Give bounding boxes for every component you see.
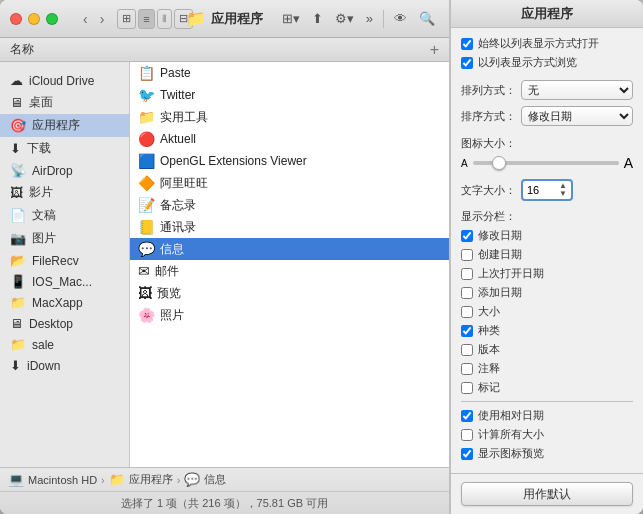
sidebar-item-icloud[interactable]: ☁ iCloud Drive (0, 70, 129, 91)
order-by-row: 排序方式： 修改日期 (461, 106, 633, 126)
arrange-btn[interactable]: ⊞▾ (278, 9, 304, 28)
display-label-add_date: 添加日期 (478, 285, 522, 300)
close-button[interactable] (10, 13, 22, 25)
more-btn[interactable]: » (362, 9, 377, 28)
display-checkbox-row-create_date: 创建日期 (461, 247, 633, 262)
display-checkbox-create_date[interactable] (461, 249, 473, 261)
file-item-aktuell[interactable]: 🔴 Aktuell (130, 128, 449, 150)
images-icon: 📷 (10, 231, 26, 246)
share-btn[interactable]: ⬆ (308, 9, 327, 28)
icon-size-slider[interactable] (473, 161, 619, 165)
display-checkbox-size[interactable] (461, 306, 473, 318)
display-checkbox-modify_date[interactable] (461, 230, 473, 242)
sidebar-item-macxapp[interactable]: 📁 MacXapp (0, 292, 129, 313)
file-item-utility[interactable]: 📁 实用工具 (130, 106, 449, 128)
file-item-paste[interactable]: 📋 Paste (130, 62, 449, 84)
display-checkbox-last_open[interactable] (461, 268, 473, 280)
display-checkbox-row-kind: 种类 (461, 323, 633, 338)
order-by-label: 排序方式： (461, 109, 516, 124)
sidebar-item-docs[interactable]: 📄 文稿 (0, 204, 129, 227)
show-preview-row: 显示图标预览 (461, 446, 633, 461)
sidebar-item-downloads[interactable]: ⬇ 下载 (0, 137, 129, 160)
column-header: 名称 + (0, 38, 449, 62)
use-relative-date-checkbox[interactable] (461, 410, 473, 422)
sidebar-item-desktop2[interactable]: 🖥 Desktop (0, 313, 129, 334)
always-open-list-checkbox[interactable] (461, 38, 473, 50)
breadcrumb-sep-2: › (177, 474, 181, 486)
minimize-button[interactable] (28, 13, 40, 25)
display-checkbox-comment[interactable] (461, 363, 473, 375)
sidebar-item-desktop[interactable]: 🖥 桌面 (0, 91, 129, 114)
show-preview-checkbox[interactable] (461, 448, 473, 460)
contacts-icon: 📒 (138, 219, 155, 235)
sidebar-item-images[interactable]: 📷 图片 (0, 227, 129, 250)
add-column-btn[interactable]: + (430, 41, 439, 59)
column-view-btn[interactable]: ⫴ (157, 9, 172, 29)
sidebar-item-airdrop[interactable]: 📡 AirDrop (0, 160, 129, 181)
display-checkbox-row-tags: 标记 (461, 380, 633, 395)
use-relative-date-label: 使用相对日期 (478, 408, 544, 423)
display-checkbox-add_date[interactable] (461, 287, 473, 299)
display-checkbox-tags[interactable] (461, 382, 473, 394)
file-item-preview[interactable]: 🖼 预览 (130, 282, 449, 304)
sidebar-item-apps[interactable]: 🎯 应用程序 (0, 114, 129, 137)
sidebar-label-idown: iDown (27, 359, 60, 373)
sort-by-select[interactable]: 无 (521, 80, 633, 100)
text-size-input[interactable]: 16 (527, 184, 557, 196)
file-item-alibaba[interactable]: 🔶 阿里旺旺 (130, 172, 449, 194)
twitter-icon: 🐦 (138, 87, 155, 103)
action-btn[interactable]: ⚙▾ (331, 9, 358, 28)
properties-title: 应用程序 (451, 0, 643, 28)
search-icon-btn[interactable]: 🔍 (415, 9, 439, 28)
divider-1 (461, 401, 633, 402)
file-item-contacts[interactable]: 📒 通讯录 (130, 216, 449, 238)
title-bar: ‹ › ⊞ ≡ ⫴ ⊟ 📁 应用程序 ⊞▾ ⬆ ⚙▾ » 👁 🔍 (0, 0, 449, 38)
messages-bc-icon: 💬 (184, 472, 200, 487)
sidebar-item-filerecv[interactable]: 📂 FileRecv (0, 250, 129, 271)
default-button[interactable]: 用作默认 (461, 482, 633, 506)
small-icon-label: A (461, 158, 468, 169)
always-open-list-row: 始终以列表显示方式打开 (461, 36, 633, 51)
notes-icon: 📝 (138, 197, 155, 213)
airdrop-icon: 📡 (10, 163, 26, 178)
forward-button[interactable]: › (95, 9, 110, 29)
back-button[interactable]: ‹ (78, 9, 93, 29)
file-name-twitter: Twitter (160, 88, 441, 102)
file-item-notes[interactable]: 📝 备忘录 (130, 194, 449, 216)
messages-icon: 💬 (138, 241, 155, 257)
file-item-mail[interactable]: ✉ 邮件 (130, 260, 449, 282)
maximize-button[interactable] (46, 13, 58, 25)
sidebar-item-ios-mac[interactable]: 📱 IOS_Mac... (0, 271, 129, 292)
desktop-icon: 🖥 (10, 95, 23, 110)
browse-list-checkbox[interactable] (461, 57, 473, 69)
sidebar-item-sale[interactable]: 📁 sale (0, 334, 129, 355)
status-text: 选择了 1 项（共 216 项），75.81 GB 可用 (121, 496, 328, 511)
file-item-photos2[interactable]: 🌸 照片 (130, 304, 449, 326)
sort-by-row: 排列方式： 无 (461, 80, 633, 100)
file-item-opengl[interactable]: 🟦 OpenGL Extensions Viewer (130, 150, 449, 172)
photos2-icon: 🌸 (138, 307, 155, 323)
sidebar-label-filerecv: FileRecv (32, 254, 79, 268)
ios-mac-icon: 📱 (10, 274, 26, 289)
calc-size-checkbox[interactable] (461, 429, 473, 441)
order-by-select[interactable]: 修改日期 (521, 106, 633, 126)
list-view-btn[interactable]: ≡ (138, 9, 154, 29)
search-btn[interactable]: 👁 (390, 9, 411, 28)
display-label-comment: 注释 (478, 361, 500, 376)
properties-panel: 应用程序 始终以列表显示方式打开 以列表显示方式浏览 排列方式： 无 排序方式： (450, 0, 643, 514)
icon-size-row: 图标大小： A A (461, 136, 633, 171)
icon-view-btn[interactable]: ⊞ (117, 9, 136, 29)
sidebar-label-icloud: iCloud Drive (29, 74, 94, 88)
sidebar-item-photos[interactable]: 🖼 影片 (0, 181, 129, 204)
file-item-messages[interactable]: 💬 信息 (130, 238, 449, 260)
text-size-down-btn[interactable]: ▼ (559, 190, 567, 198)
messages-bc-label: 信息 (204, 472, 226, 487)
display-checkbox-kind[interactable] (461, 325, 473, 337)
file-item-twitter[interactable]: 🐦 Twitter (130, 84, 449, 106)
window-title: 📁 应用程序 (186, 9, 263, 28)
sidebar-item-idown[interactable]: ⬇ iDown (0, 355, 129, 376)
browse-list-row: 以列表显示方式浏览 (461, 55, 633, 70)
text-size-input-wrapper: 16 ▲ ▼ (521, 179, 573, 201)
display-checkbox-version[interactable] (461, 344, 473, 356)
browse-list-label: 以列表显示方式浏览 (478, 55, 577, 70)
